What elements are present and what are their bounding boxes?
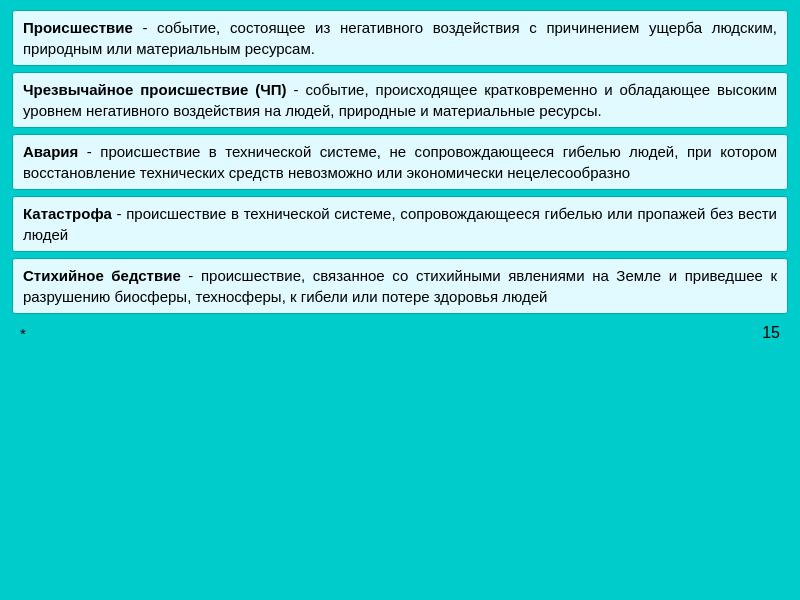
definition-accident: - происшествие в технической системе, не… <box>23 143 777 181</box>
term-disaster: Стихийное бедствие <box>23 267 181 284</box>
footer-asterisk: * <box>20 325 26 342</box>
term-accident: Авария <box>23 143 78 160</box>
card-catastrophe: Катастрофа - происшествие в технической … <box>12 196 788 252</box>
definition-catastrophe: - происшествие в технической системе, со… <box>23 205 777 243</box>
card-emergency: Чрезвычайное происшествие (ЧП) - событие… <box>12 72 788 128</box>
page-number: 15 <box>762 324 780 342</box>
term-incident: Происшествие <box>23 19 133 36</box>
term-emergency: Чрезвычайное происшествие (ЧП) <box>23 81 287 98</box>
card-accident: Авария - происшествие в технической сист… <box>12 134 788 190</box>
term-catastrophe: Катастрофа <box>23 205 112 222</box>
definition-incident: - событие, состоящее из негативного возд… <box>23 19 777 57</box>
footer: * 15 <box>12 320 788 342</box>
card-disaster: Стихийное бедствие - происшествие, связа… <box>12 258 788 314</box>
card-incident: Происшествие - событие, состоящее из нег… <box>12 10 788 66</box>
